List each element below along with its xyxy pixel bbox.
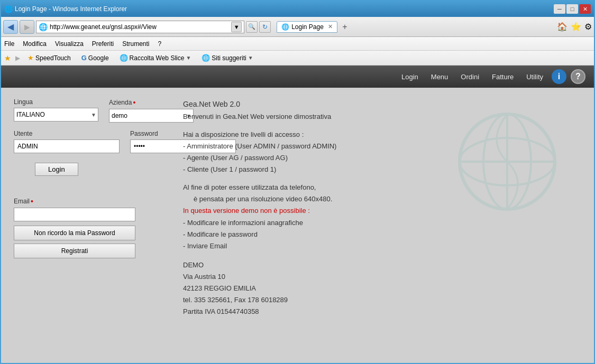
close-button[interactable]: ✕ xyxy=(579,4,591,14)
phone-note-1: Al fine di poter essere utilizzata da te… xyxy=(183,182,581,193)
tab-close-button[interactable]: ✕ xyxy=(328,23,333,30)
email-section: Email• Non ricordo la mia Password Regis… xyxy=(14,197,162,258)
email-label: Email• xyxy=(14,197,162,206)
app-nav-bar: Login Menu Ordini Fatture Utility i ? xyxy=(1,66,594,88)
menu-help[interactable]: ? xyxy=(158,40,162,48)
phone-note-2: è pensata per una risoluzione video 640x… xyxy=(183,193,581,205)
help-icon-button[interactable]: ? xyxy=(571,69,585,84)
lingua-group: Lingua ITALIANO ▼ xyxy=(14,98,98,123)
phone-section: Al fine di poter essere utilizzata da te… xyxy=(183,182,581,252)
welcome-text: Benvenuti in Gea.Net Web versione dimost… xyxy=(183,111,581,123)
menu-bar: File Modifica Visualizza Preferiti Strum… xyxy=(1,37,594,51)
web-slice-icon: 🌐 xyxy=(120,54,128,62)
favorites-bar: ★ ▶ ★ SpeedTouch G Google 🌐 Raccolta Web… xyxy=(1,51,594,66)
address-input[interactable] xyxy=(50,23,229,31)
nav-ordini-button[interactable]: Ordini xyxy=(456,71,483,83)
email-required-dot: • xyxy=(31,197,33,206)
favorites-icon[interactable]: ⭐ xyxy=(571,22,581,32)
siti-suggeriti-icon: 🌐 xyxy=(202,54,210,62)
piva: Partita IVA 01544740358 xyxy=(183,306,581,318)
azienda-label: Azienda• xyxy=(109,98,194,107)
page-body: Login Menu Ordini Fatture Utility i ? Li… xyxy=(1,66,594,363)
restriction-1: - Modificare le informazioni anagrafiche xyxy=(183,217,581,229)
access-title: Hai a disposizione tre livelli di access… xyxy=(183,129,581,141)
email-input[interactable] xyxy=(14,208,135,221)
main-content: Lingua ITALIANO ▼ Azienda• xyxy=(1,88,594,363)
search-icon-btn[interactable]: 🔍 xyxy=(246,21,258,33)
login-button[interactable]: Login xyxy=(35,163,78,176)
access-client: - Cliente (User 1 / password 1) xyxy=(183,164,581,175)
azienda-select-wrap: demo ▼ xyxy=(109,109,194,123)
google-icon: G xyxy=(81,54,87,62)
login-panel: Lingua ITALIANO ▼ Azienda• xyxy=(14,98,162,352)
address-dropdown-button[interactable]: ▼ xyxy=(231,22,242,32)
tab-title: Login Page xyxy=(291,23,324,31)
utente-group: Utente xyxy=(14,130,120,153)
fav-speedtouch-label: SpeedTouch xyxy=(35,54,71,62)
info-icon-button[interactable]: i xyxy=(552,69,566,84)
web-slice-arrow-icon: ▼ xyxy=(186,55,191,61)
utente-password-row: Utente Password xyxy=(14,130,162,153)
lingua-select[interactable]: ITALIANO xyxy=(14,108,98,122)
access-admin: - Amministratore (User ADMIN / password … xyxy=(183,141,581,152)
lingua-label: Lingua xyxy=(14,98,98,106)
access-section: Hai a disposizione tre livelli di access… xyxy=(183,129,581,175)
favorites-star-icon: ★ xyxy=(4,54,11,62)
speedtouch-icon: ★ xyxy=(28,54,34,62)
address-input-wrap: 🌐 ▼ xyxy=(36,21,244,33)
lingua-azienda-row: Lingua ITALIANO ▼ Azienda• xyxy=(14,98,162,123)
required-dot: • xyxy=(133,98,135,107)
register-button[interactable]: Registrati xyxy=(14,244,135,258)
home-icon[interactable]: 🏠 xyxy=(557,22,567,32)
nav-fatture-button[interactable]: Fatture xyxy=(488,71,518,83)
restriction-3: - Inviare Email xyxy=(183,240,581,252)
address-section: DEMO Via Austria 10 42123 REGGIO EMILIA … xyxy=(183,259,581,318)
forgot-password-button[interactable]: Non ricordo la mia Password xyxy=(14,226,135,240)
new-tab-button[interactable]: + xyxy=(339,21,351,33)
address-line-1: Via Austria 10 xyxy=(183,271,581,283)
browser-window: 🌐 Login Page - Windows Internet Explorer… xyxy=(0,0,595,364)
menu-strumenti[interactable]: Strumenti xyxy=(122,40,149,48)
menu-modifica[interactable]: Modifica xyxy=(23,40,47,48)
back-button[interactable]: ◀ xyxy=(3,20,18,34)
refresh-button[interactable]: ↻ xyxy=(259,21,271,33)
access-agent: - Agente (User AG / password AG) xyxy=(183,152,581,164)
maximize-button[interactable]: □ xyxy=(566,4,578,14)
active-tab[interactable]: 🌐 Login Page ✕ xyxy=(277,21,337,33)
azienda-group: Azienda• demo ▼ xyxy=(109,98,194,123)
menu-file[interactable]: File xyxy=(4,40,14,48)
address-bar: ◀ ▶ 🌐 ▼ 🔍 ↻ 🌐 Login Page ✕ + 🏠 ⭐ ⚙ xyxy=(1,17,594,37)
azienda-select[interactable]: demo xyxy=(109,109,194,123)
forward-button[interactable]: ▶ xyxy=(20,20,34,34)
fav-web-slice-label: Raccolta Web Slice xyxy=(130,54,185,62)
ie-favicon: 🌐 xyxy=(39,23,48,31)
fav-separator-1: ▶ xyxy=(15,54,20,62)
title-bar-controls: ─ □ ✕ xyxy=(554,4,591,14)
utente-label: Utente xyxy=(14,130,120,137)
ie-logo-icon: 🌐 xyxy=(4,5,13,13)
fav-item-speedtouch[interactable]: ★ SpeedTouch xyxy=(24,53,74,63)
lingua-select-wrap: ITALIANO ▼ xyxy=(14,108,98,122)
minimize-button[interactable]: ─ xyxy=(554,4,565,14)
login-button-row: Login xyxy=(14,161,162,176)
settings-icon[interactable]: ⚙ xyxy=(584,22,592,32)
nav-login-button[interactable]: Login xyxy=(397,71,423,83)
restriction-2: - Modificare le password xyxy=(183,229,581,240)
tel-fax: tel. 335 325661, Fax 178 6018289 xyxy=(183,294,581,306)
fav-google-label: Google xyxy=(88,54,109,62)
nav-utility-button[interactable]: Utility xyxy=(522,71,547,83)
company-name: DEMO xyxy=(183,259,581,271)
fav-item-google[interactable]: G Google xyxy=(78,53,112,63)
address-line-2: 42123 REGGIO EMILIA xyxy=(183,283,581,294)
menu-visualizza[interactable]: Visualizza xyxy=(55,40,84,48)
utente-input[interactable] xyxy=(14,139,120,153)
info-panel: Gea.Net Web 2.0 Benvenuti in Gea.Net Web… xyxy=(183,98,581,352)
fav-item-siti-suggeriti[interactable]: 🌐 Siti suggeriti ▼ xyxy=(198,53,256,63)
fav-item-web-slice[interactable]: 🌐 Raccolta Web Slice ▼ xyxy=(116,53,195,63)
nav-menu-button[interactable]: Menu xyxy=(427,71,453,83)
title-bar: 🌐 Login Page - Windows Internet Explorer… xyxy=(1,1,594,17)
menu-preferiti[interactable]: Preferiti xyxy=(92,40,114,48)
fav-siti-suggeriti-label: Siti suggeriti xyxy=(212,54,246,62)
siti-suggeriti-arrow-icon: ▼ xyxy=(248,55,253,61)
app-title: Gea.Net Web 2.0 xyxy=(183,98,581,111)
